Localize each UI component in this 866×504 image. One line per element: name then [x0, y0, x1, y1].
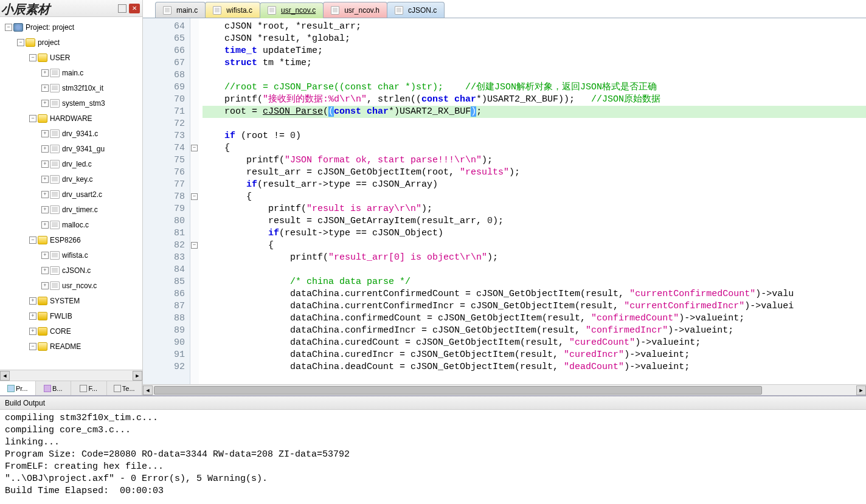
tree-node[interactable]: +drv_key.c	[1, 171, 142, 187]
project-panel: ✕ −Project: project−project−USER+main.c+…	[0, 0, 143, 395]
expander-icon[interactable]: +	[41, 176, 49, 183]
file-icon	[331, 6, 339, 15]
scroll-right-icon[interactable]: ►	[856, 385, 866, 395]
expander-icon[interactable]: +	[29, 297, 36, 305]
file-icon	[50, 266, 60, 275]
tree-node[interactable]: +drv_timer.c	[1, 202, 142, 217]
expander-icon[interactable]: −	[5, 24, 12, 31]
expander-icon[interactable]: +	[41, 100, 49, 107]
expander-icon[interactable]: −	[29, 236, 36, 244]
fold-column[interactable]: −−−	[190, 18, 199, 384]
tree-node[interactable]: +SYSTEM	[1, 293, 142, 308]
close-panel-button[interactable]: ✕	[129, 4, 140, 13]
tree-node[interactable]: +wifista.c	[1, 247, 142, 263]
tree-label: cJSON.c	[62, 266, 91, 275]
tree-label: Project: project	[26, 23, 74, 32]
file-tab[interactable]: wifista.c	[205, 2, 260, 18]
tree-node[interactable]: +stm32f10x_it	[1, 80, 142, 95]
sidebar-tab-functions[interactable]: F...	[71, 381, 107, 395]
tree-node[interactable]: +drv_led.c	[1, 156, 142, 171]
editor-area: main.cwifista.cusr_ncov.cusr_ncov.hcJSON…	[143, 0, 866, 395]
tree-label: USER	[50, 54, 70, 62]
tab-label: usr_ncov.h	[344, 6, 379, 15]
tree-node[interactable]: +system_stm3	[1, 95, 142, 111]
build-output-text[interactable]: compiling stm32f10x_tim.c... compiling c…	[0, 410, 866, 504]
pin-icon[interactable]	[118, 4, 126, 13]
file-icon	[213, 6, 221, 15]
tree-node[interactable]: +malloc.c	[1, 217, 142, 232]
tree-label: system_stm3	[62, 99, 105, 108]
sidebar-hscrollbar[interactable]: ◄ ►	[0, 370, 142, 381]
tree-label: project	[38, 38, 60, 47]
code-editor[interactable]: 6465666768697071727374757677787980818283…	[143, 18, 866, 384]
tree-node[interactable]: −HARDWARE	[1, 111, 142, 126]
file-icon	[50, 69, 60, 77]
functions-tab-icon	[80, 385, 87, 392]
tree-label: FWLIB	[50, 312, 72, 320]
tree-node[interactable]: −ESP8266	[1, 232, 142, 247]
tree-node[interactable]: +cJSON.c	[1, 263, 142, 278]
tree-node[interactable]: +CORE	[1, 323, 142, 339]
folder-closed-icon	[38, 312, 47, 320]
tree-node[interactable]: +drv_9341_gu	[1, 141, 142, 156]
expander-icon[interactable]: +	[41, 85, 49, 92]
file-icon	[163, 6, 171, 15]
file-tabs: main.cwifista.cusr_ncov.cusr_ncov.hcJSON…	[143, 0, 866, 18]
templates-tab-icon	[114, 385, 121, 392]
tree-node[interactable]: +main.c	[1, 65, 142, 80]
sidebar-tab-label: Te...	[122, 385, 135, 392]
tree-label: drv_9341.c	[62, 129, 98, 138]
tree-node[interactable]: +drv_9341.c	[1, 126, 142, 141]
file-icon	[395, 6, 403, 15]
expander-icon[interactable]: −	[29, 115, 36, 122]
expander-icon[interactable]: −	[17, 39, 24, 46]
expander-icon[interactable]: +	[41, 221, 49, 229]
tab-label: usr_ncov.c	[281, 6, 316, 15]
file-tab[interactable]: usr_ncov.c	[260, 2, 324, 18]
tree-label: usr_ncov.c	[62, 281, 97, 290]
tree-node[interactable]: +FWLIB	[1, 308, 142, 323]
file-tab[interactable]: usr_ncov.h	[323, 2, 387, 18]
scroll-thumb[interactable]	[154, 386, 762, 395]
file-tab[interactable]: main.c	[155, 2, 206, 18]
tree-label: wifista.c	[62, 251, 88, 260]
project-tree[interactable]: −Project: project−project−USER+main.c+st…	[0, 17, 142, 370]
expander-icon[interactable]: +	[41, 69, 49, 77]
tree-node[interactable]: −USER	[1, 50, 142, 65]
scroll-left-icon[interactable]: ◄	[143, 385, 153, 395]
sidebar-tab-project[interactable]: Pr...	[0, 381, 36, 395]
sidebar-tab-templates[interactable]: Te...	[107, 381, 143, 395]
expander-icon[interactable]: −	[29, 343, 36, 350]
sidebar-view-tabs: Pr... B... F... Te...	[0, 381, 142, 395]
expander-icon[interactable]: +	[41, 161, 49, 168]
expander-icon[interactable]: +	[41, 191, 49, 198]
tree-label: README	[50, 342, 81, 351]
tree-node[interactable]: −README	[1, 339, 142, 354]
code-content[interactable]: cJSON *root, *result_arr; cJSON *result,…	[199, 18, 866, 384]
folder-icon	[38, 342, 47, 351]
tree-node[interactable]: +usr_ncov.c	[1, 278, 142, 293]
sidebar-tab-books[interactable]: B...	[36, 381, 72, 395]
editor-hscrollbar[interactable]: ◄ ►	[143, 384, 866, 395]
expander-icon[interactable]: +	[29, 328, 36, 335]
expander-icon[interactable]: −	[29, 54, 36, 61]
scroll-left-icon[interactable]: ◄	[0, 371, 10, 381]
expander-icon[interactable]: +	[41, 206, 49, 213]
file-icon	[268, 6, 276, 15]
tree-label: drv_led.c	[62, 160, 92, 168]
file-icon	[50, 281, 60, 290]
tree-node[interactable]: +drv_usart2.c	[1, 187, 142, 202]
expander-icon[interactable]: +	[29, 312, 36, 320]
expander-icon[interactable]: +	[41, 145, 49, 153]
fold-toggle[interactable]: −	[191, 145, 198, 151]
file-tab[interactable]: cJSON.c	[387, 2, 445, 18]
expander-icon[interactable]: +	[41, 130, 49, 137]
fold-toggle[interactable]: −	[191, 193, 198, 200]
tree-node[interactable]: −project	[1, 35, 142, 50]
expander-icon[interactable]: +	[41, 267, 49, 274]
expander-icon[interactable]: +	[41, 252, 49, 259]
expander-icon[interactable]: +	[41, 282, 49, 289]
fold-toggle[interactable]: −	[191, 242, 198, 249]
scroll-right-icon[interactable]: ►	[133, 371, 142, 381]
tree-node[interactable]: −Project: project	[1, 19, 142, 35]
